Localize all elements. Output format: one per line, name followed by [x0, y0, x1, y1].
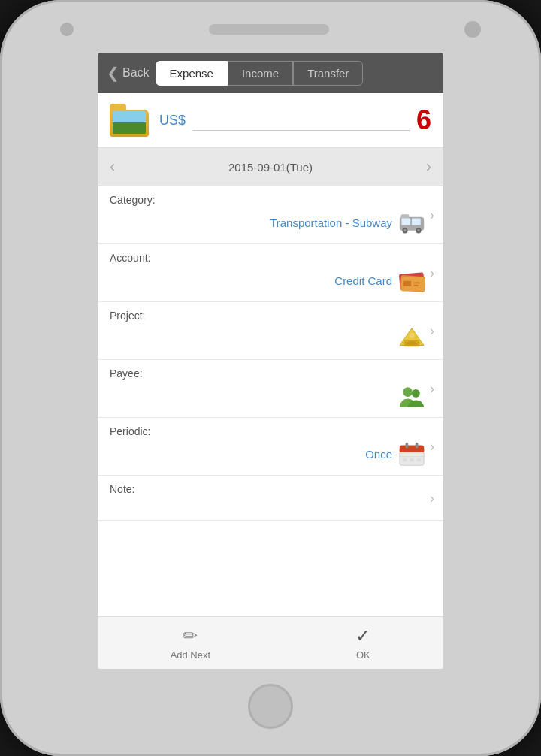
note-chevron-icon: › [430, 490, 434, 506]
tab-group: Expense Income Transfer [156, 61, 364, 86]
phone-dot [60, 23, 74, 36]
svg-rect-22 [400, 449, 424, 452]
svg-rect-3 [412, 219, 421, 225]
project-chevron-icon: › [430, 323, 434, 339]
tab-income[interactable]: Income [228, 61, 293, 86]
phone-bottom-bar [0, 669, 541, 750]
amount-area: US$ 6 [98, 93, 443, 148]
category-chevron-icon: › [430, 207, 434, 223]
payee-label: Payee: [110, 367, 431, 380]
account-content: Credit Card › [110, 267, 431, 294]
date-row: ‹ 2015-09-01(Tue) › [98, 148, 443, 186]
phone-speaker [209, 24, 329, 35]
category-label: Category: [110, 194, 431, 206]
category-row[interactable]: Category: Transportation - Subway [98, 186, 443, 244]
back-button[interactable]: ❮ Back [107, 64, 150, 82]
pencil-icon: ✏ [183, 625, 198, 646]
project-icon [398, 325, 425, 352]
note-label: Note: [110, 483, 431, 495]
category-icon [398, 209, 425, 236]
project-label: Project: [110, 310, 431, 322]
payee-icon [398, 383, 425, 410]
svg-point-19 [412, 389, 420, 398]
svg-point-18 [403, 387, 413, 397]
account-chevron-icon: › [430, 265, 434, 281]
currency-label: US$ [159, 113, 186, 129]
periodic-content: Once [110, 440, 431, 467]
payee-content: › [110, 383, 431, 410]
svg-rect-2 [402, 219, 411, 225]
periodic-value: Once [365, 448, 392, 461]
periodic-chevron-icon: › [430, 439, 434, 455]
add-next-button[interactable]: ✏ Add Next [171, 625, 210, 661]
category-content: Transportation - Subway [110, 209, 431, 236]
folder-icon [110, 104, 149, 137]
nav-bar: ❮ Back Expense Income Transfer [98, 53, 443, 93]
account-label: Account: [110, 252, 431, 264]
periodic-label: Periodic: [110, 425, 431, 437]
date-next-button[interactable]: › [426, 157, 431, 177]
back-label: Back [122, 66, 150, 80]
add-next-label: Add Next [171, 649, 210, 661]
amount-underline [193, 110, 410, 131]
payee-chevron-icon: › [430, 381, 434, 397]
svg-point-6 [403, 229, 407, 232]
svg-rect-26 [403, 458, 407, 462]
svg-rect-27 [410, 458, 414, 462]
svg-rect-28 [417, 458, 422, 462]
note-row[interactable]: Note: › [98, 476, 443, 521]
svg-rect-13 [414, 285, 419, 286]
tab-transfer[interactable]: Transfer [293, 61, 363, 86]
project-content: › [110, 325, 431, 352]
category-value: Transportation - Subway [270, 216, 392, 229]
date-prev-button[interactable]: ‹ [110, 157, 115, 177]
project-row[interactable]: Project: › [98, 302, 443, 360]
phone-camera [464, 21, 481, 38]
phone-top-bar [0, 0, 541, 53]
account-row[interactable]: Account: Credit Card › [98, 244, 443, 302]
svg-rect-24 [416, 443, 419, 449]
svg-point-7 [417, 229, 420, 232]
form-section: Category: Transportation - Subway [98, 186, 443, 616]
folder-photo [113, 111, 146, 134]
payee-row[interactable]: Payee: › [98, 360, 443, 418]
svg-rect-23 [405, 443, 408, 449]
back-chevron-icon: ❮ [107, 64, 119, 82]
svg-point-17 [409, 332, 415, 338]
periodic-icon [398, 440, 425, 467]
date-display: 2015-09-01(Tue) [228, 161, 313, 174]
svg-rect-11 [403, 281, 411, 286]
checkmark-icon: ✓ [355, 625, 370, 646]
amount-value[interactable]: 6 [416, 104, 431, 136]
svg-rect-12 [414, 283, 421, 284]
account-icon [398, 267, 425, 294]
periodic-row[interactable]: Periodic: Once [98, 418, 443, 476]
bottom-bar: ✏ Add Next ✓ OK [98, 616, 443, 669]
ok-label: OK [356, 649, 370, 661]
screen: ❮ Back Expense Income Transfer US$ 6 ‹ 2… [98, 53, 443, 669]
account-value: Credit Card [334, 274, 392, 287]
home-button[interactable] [248, 684, 293, 729]
phone-shell: ❮ Back Expense Income Transfer US$ 6 ‹ 2… [0, 0, 541, 756]
tab-expense[interactable]: Expense [156, 61, 228, 86]
ok-button[interactable]: ✓ OK [355, 625, 370, 661]
